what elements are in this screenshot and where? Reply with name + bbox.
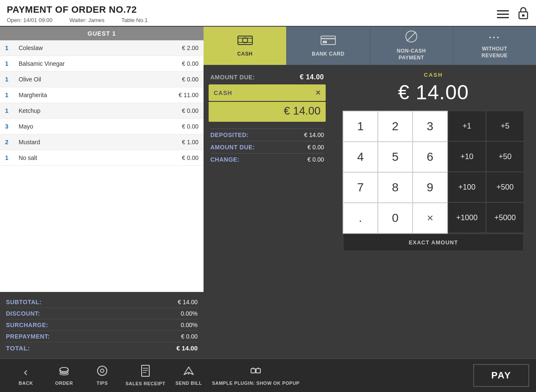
nav-tips[interactable]: TIPS (83, 362, 121, 389)
tab-cash[interactable]: CASH (204, 27, 287, 65)
numpad-backspace[interactable]: ✕ (413, 203, 447, 233)
item-price: € 11.00 (173, 92, 198, 98)
menu-icon[interactable] (497, 10, 509, 18)
deposited-value: € 14.00 (304, 132, 324, 138)
quick-plus50[interactable]: +50 (486, 141, 524, 172)
guest-header: GUEST 1 (0, 27, 204, 40)
numpad-dot[interactable]: . (343, 203, 378, 233)
numpad-1[interactable]: 1 (343, 111, 378, 142)
prepayment-value: € 0.00 (181, 333, 198, 340)
order-item[interactable]: 1 Olive Oil € 0.00 (0, 72, 204, 87)
discount-row: DISCOUNT: 0.00% (6, 308, 198, 319)
nav-order[interactable]: ORDER (45, 362, 83, 389)
change-row: CHANGE: € 0.00 (210, 153, 324, 165)
item-qty[interactable]: 3 (5, 123, 14, 130)
back-icon: ‹ (24, 365, 28, 379)
numpad-container: 1 2 3 4 5 6 7 8 9 . 0 ✕ (343, 111, 524, 234)
item-name: Mustard (19, 139, 173, 146)
item-price: € 0.00 (173, 107, 198, 114)
cash-display-label: CASH (424, 72, 443, 78)
prepayment-row: PREPAYMENT: € 0.00 (6, 331, 198, 342)
nav-sample-plugin[interactable]: SAMPLE PLUGIN: SHOW OK POPUP (208, 362, 304, 389)
nav-back-label: BACK (19, 381, 33, 386)
nav-send-bill[interactable]: SEND BILL (170, 362, 208, 389)
total-row: TOTAL: € 14.00 (6, 342, 198, 354)
page-meta: Open: 14/01 09:00 Waiter: James Table No… (7, 17, 148, 23)
right-panel: CASH BANK CARD (204, 27, 536, 358)
prepayment-label: PREPAYMENT: (6, 333, 50, 340)
exact-amount-button[interactable]: EXACT AMOUNT (343, 234, 524, 251)
item-qty[interactable]: 2 (5, 139, 14, 146)
pay-button[interactable]: PAY (473, 364, 529, 387)
order-item[interactable]: 1 Ketchup € 0.00 (0, 103, 204, 119)
numpad-quick: +1 +5 +10 +50 +100 +500 +1000 +5000 (448, 111, 524, 234)
item-name: Mayo (19, 123, 173, 130)
total-label: TOTAL: (6, 344, 30, 352)
cash-input-row: CASH × (209, 84, 326, 101)
nav-sales-receipt[interactable]: SALES RECEIPT (121, 362, 170, 389)
svg-rect-20 (251, 369, 255, 373)
order-item[interactable]: 1 Coleslaw € 2.00 (0, 40, 204, 56)
item-qty[interactable]: 1 (5, 45, 14, 51)
tab-bank-card[interactable]: BANK CARD (287, 27, 370, 65)
payment-middle: AMOUNT DUE: € 14.00 CASH × € 14.00 DEPOS… (204, 65, 536, 358)
change-label: CHANGE: (210, 156, 240, 163)
item-name: Ketchup (19, 107, 173, 114)
cash-tab-icon (237, 35, 253, 48)
numpad-6[interactable]: 6 (413, 142, 447, 172)
item-qty[interactable]: 1 (5, 92, 14, 98)
item-name: Coleslaw (19, 45, 173, 51)
item-price: € 1.00 (173, 139, 198, 146)
numpad-5[interactable]: 5 (378, 142, 413, 172)
item-qty[interactable]: 1 (5, 76, 14, 83)
quick-plus5000[interactable]: +5000 (486, 202, 524, 233)
svg-rect-15 (142, 365, 149, 376)
item-name: Balsamic Vinegar (19, 60, 173, 67)
quick-plus10[interactable]: +10 (448, 141, 486, 172)
sales-receipt-icon (141, 365, 150, 379)
tab-non-cash[interactable]: NON-CASHPAYMENT (370, 27, 453, 65)
item-price: € 0.00 (173, 60, 198, 67)
order-item[interactable]: 3 Mayo € 0.00 (0, 119, 204, 134)
surcharge-label: SURCHARGE: (6, 322, 48, 328)
numpad-4[interactable]: 4 (343, 142, 378, 172)
numpad-main: 1 2 3 4 5 6 7 8 9 . 0 ✕ (343, 111, 448, 234)
subtotal-value: € 14.00 (178, 299, 198, 305)
quick-plus500[interactable]: +500 (486, 172, 524, 202)
order-item[interactable]: 2 Mustard € 1.00 (0, 134, 204, 150)
cash-close-button[interactable]: × (315, 88, 321, 98)
svg-rect-1 (522, 14, 525, 17)
item-qty[interactable]: 1 (5, 154, 14, 161)
total-value: € 14.00 (176, 344, 198, 352)
quick-plus1[interactable]: +1 (448, 111, 486, 141)
order-item[interactable]: 1 No salt € 0.00 (0, 150, 204, 166)
item-qty[interactable]: 1 (5, 107, 14, 114)
item-qty[interactable]: 1 (5, 60, 14, 67)
order-item[interactable]: 1 Balsamic Vinegar € 0.00 (0, 56, 204, 72)
bottom-bar: ‹ BACK ORDER TIPS (0, 358, 536, 392)
lock-icon[interactable] (517, 6, 529, 22)
numpad-2[interactable]: 2 (378, 111, 413, 142)
header-right (497, 4, 529, 22)
numpad-9[interactable]: 9 (413, 172, 447, 203)
order-item[interactable]: 1 Margherita € 11.00 (0, 87, 204, 103)
quick-plus5[interactable]: +5 (486, 111, 524, 141)
bottom-nav: ‹ BACK ORDER TIPS (7, 362, 473, 389)
quick-plus1000[interactable]: +1000 (448, 202, 486, 233)
quick-plus100[interactable]: +100 (448, 172, 486, 202)
svg-line-10 (407, 32, 416, 41)
nav-sample-plugin-label: SAMPLE PLUGIN: SHOW OK POPUP (212, 381, 300, 386)
numpad-8[interactable]: 8 (378, 172, 413, 203)
totals-panel: SUBTOTAL: € 14.00 DISCOUNT: 0.00% SURCHA… (0, 292, 204, 358)
numpad-0[interactable]: 0 (378, 203, 413, 233)
discount-value: 0.00% (181, 310, 198, 317)
svg-point-11 (60, 367, 68, 372)
bank-card-tab-icon (321, 35, 336, 48)
nav-back[interactable]: ‹ BACK (7, 362, 45, 389)
svg-point-14 (100, 369, 104, 372)
tab-bank-card-label: BANK CARD (312, 51, 344, 57)
tab-without-revenue[interactable]: ··· WITHOUTREVENUE (453, 27, 536, 65)
numpad-3[interactable]: 3 (413, 111, 447, 142)
numpad-7[interactable]: 7 (343, 172, 378, 203)
tab-without-revenue-label: WITHOUTREVENUE (482, 46, 508, 59)
